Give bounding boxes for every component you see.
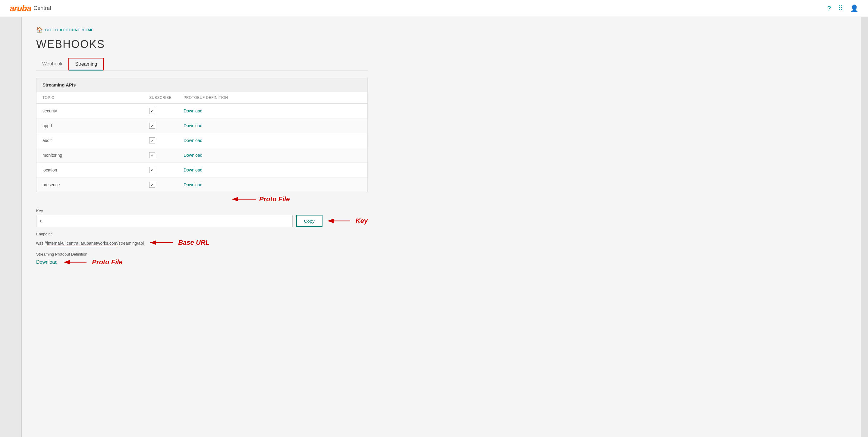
download-link[interactable]: Download bbox=[184, 108, 202, 113]
download-link[interactable]: Download bbox=[184, 167, 202, 173]
proto-definition-row: Download Proto File bbox=[36, 258, 368, 267]
table-header-row: TOPIC SUBSCRIBE PROTOBUF DEFINITION bbox=[36, 92, 367, 104]
apps-icon[interactable]: ⠿ bbox=[838, 4, 843, 12]
topic-cell: security bbox=[36, 104, 143, 119]
product-name: Central bbox=[33, 5, 51, 11]
protobuf-cell: Download bbox=[178, 119, 367, 133]
download-link[interactable]: Download bbox=[184, 153, 202, 158]
proto-definition-section: Streaming Protobuf Definition Download bbox=[36, 252, 368, 267]
subscribe-cell[interactable] bbox=[143, 163, 178, 178]
sidebar bbox=[0, 17, 22, 437]
download-link[interactable]: Download bbox=[184, 182, 202, 187]
streaming-table: TOPIC SUBSCRIBE PROTOBUF DEFINITION secu… bbox=[36, 92, 367, 192]
protobuf-cell: Download bbox=[178, 133, 367, 148]
main-content: 🏠 GO TO ACCOUNT HOME WEBHOOKS Webhook St… bbox=[22, 17, 861, 437]
proto-annotation-row: Proto File bbox=[229, 195, 368, 204]
endpoint-suffix: /streaming/api bbox=[117, 241, 144, 246]
streaming-apis-card: Streaming APIs TOPIC SUBSCRIBE PROTOBUF … bbox=[36, 78, 368, 192]
protobuf-cell: Download bbox=[178, 178, 367, 192]
checkbox-icon[interactable] bbox=[149, 123, 155, 129]
header-left: aruba Central bbox=[10, 4, 51, 13]
base-url-annotation-label: Base URL bbox=[178, 239, 210, 247]
proto-arrow-icon bbox=[229, 195, 259, 204]
key-label: Key bbox=[36, 209, 368, 213]
proto-definition-annotation: Proto File bbox=[62, 258, 122, 267]
endpoint-url: wss://internal-ui.central.arubanetworks.… bbox=[36, 241, 144, 246]
protobuf-cell: Download bbox=[178, 163, 367, 178]
col-topic: TOPIC bbox=[36, 92, 143, 104]
key-section: Key Copy Key bbox=[36, 209, 368, 227]
table-row: presence Download bbox=[36, 178, 367, 192]
subscribe-cell[interactable] bbox=[143, 133, 178, 148]
proto-def-arrow-icon bbox=[62, 258, 90, 267]
layout: 🏠 GO TO ACCOUNT HOME WEBHOOKS Webhook St… bbox=[0, 17, 868, 437]
breadcrumb[interactable]: 🏠 GO TO ACCOUNT HOME bbox=[36, 27, 368, 33]
protobuf-cell: Download bbox=[178, 104, 367, 119]
page-title: WEBHOOKS bbox=[36, 38, 368, 51]
help-icon[interactable]: ? bbox=[827, 4, 831, 12]
endpoint-highlighted: internal-ui.central.arubanetworks.com bbox=[47, 241, 117, 246]
col-protobuf: PROTOBUF DEFINITION bbox=[178, 92, 367, 104]
sections-container: 🏠 GO TO ACCOUNT HOME WEBHOOKS Webhook St… bbox=[36, 27, 368, 267]
header: aruba Central ? ⠿ 👤 bbox=[0, 0, 868, 17]
download-link[interactable]: Download bbox=[184, 123, 202, 128]
subscribe-cell[interactable] bbox=[143, 104, 178, 119]
topic-cell: presence bbox=[36, 178, 143, 192]
subscribe-cell[interactable] bbox=[143, 148, 178, 163]
user-icon[interactable]: 👤 bbox=[850, 4, 858, 12]
table-row: location Download bbox=[36, 163, 367, 178]
aruba-logo: aruba Central bbox=[10, 4, 51, 13]
topic-cell: location bbox=[36, 163, 143, 178]
download-link[interactable]: Download bbox=[184, 138, 202, 143]
checkbox-icon[interactable] bbox=[149, 182, 155, 188]
checkbox-icon[interactable] bbox=[149, 167, 155, 173]
card-header: Streaming APIs bbox=[36, 78, 367, 92]
table-row: apprf Download bbox=[36, 119, 367, 133]
logo-text: aruba bbox=[10, 4, 31, 13]
table-row: audit Download bbox=[36, 133, 367, 148]
proto-def-annotation-label: Proto File bbox=[92, 258, 122, 266]
right-panel bbox=[861, 17, 868, 437]
proto-definition-label: Streaming Protobuf Definition bbox=[36, 252, 368, 256]
key-arrow-icon bbox=[326, 216, 353, 225]
key-annotation: Key bbox=[326, 216, 368, 225]
table-row: security Download bbox=[36, 104, 367, 119]
col-subscribe: SUBSCRIBE bbox=[143, 92, 178, 104]
checkbox-icon[interactable] bbox=[149, 108, 155, 114]
tab-webhook[interactable]: Webhook bbox=[36, 58, 68, 70]
subscribe-cell[interactable] bbox=[143, 119, 178, 133]
endpoint-prefix: wss:// bbox=[36, 241, 47, 246]
protobuf-cell: Download bbox=[178, 148, 367, 163]
base-url-arrow-icon bbox=[149, 238, 176, 247]
endpoint-row: wss://internal-ui.central.arubanetworks.… bbox=[36, 238, 368, 247]
base-url-annotation: Base URL bbox=[149, 238, 210, 247]
tabs-container: Webhook Streaming bbox=[36, 58, 368, 70]
checkbox-icon[interactable] bbox=[149, 137, 155, 144]
breadcrumb-link[interactable]: GO TO ACCOUNT HOME bbox=[45, 28, 94, 32]
proto-file-annotation: Proto File bbox=[259, 195, 290, 203]
key-input[interactable] bbox=[36, 215, 293, 227]
key-annotation-label: Key bbox=[355, 217, 368, 225]
table-row: monitoring Download bbox=[36, 148, 367, 163]
checkbox-icon[interactable] bbox=[149, 152, 155, 158]
header-right: ? ⠿ 👤 bbox=[827, 4, 858, 12]
subscribe-cell[interactable] bbox=[143, 178, 178, 192]
home-icon: 🏠 bbox=[36, 27, 43, 33]
topic-cell: apprf bbox=[36, 119, 143, 133]
tab-streaming[interactable]: Streaming bbox=[68, 58, 104, 70]
key-input-row: Copy Key bbox=[36, 215, 368, 227]
copy-button[interactable]: Copy bbox=[296, 215, 322, 227]
topic-cell: audit bbox=[36, 133, 143, 148]
proto-download-link[interactable]: Download bbox=[36, 259, 58, 265]
endpoint-section: Endpoint wss://internal-ui.central.aruba… bbox=[36, 232, 368, 247]
topic-cell: monitoring bbox=[36, 148, 143, 163]
endpoint-label: Endpoint bbox=[36, 232, 368, 236]
